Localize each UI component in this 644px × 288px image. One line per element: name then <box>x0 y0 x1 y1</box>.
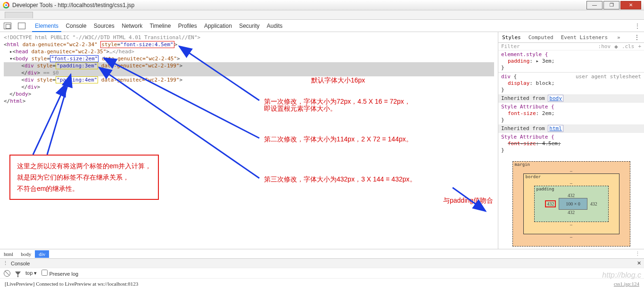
main-pane: <!DOCTYPE html PUBLIC "-//W3C//DTD HTML … <box>0 32 644 249</box>
body-open[interactable]: ▾<body style="font-size:2em" data-genuit… <box>4 55 494 62</box>
annot-box: 这里之所以没有将这两个标签的em并入计算， 就是因为它们的标签不存在继承关系， … <box>9 155 159 200</box>
console-message: [LivePreview] Connected to LivePreview a… <box>0 278 644 288</box>
subtab-computed[interactable]: Computed <box>527 33 555 42</box>
body-close[interactable]: </body> <box>4 91 494 98</box>
styles-panel: Styles Computed Event Listeners » ⋮ Filt… <box>498 32 644 249</box>
annot-third: 第三次修改，字体大小为432px，3 X 144 = 432px。 <box>264 176 416 183</box>
device-icon[interactable] <box>18 23 25 29</box>
panel-tabs: Elements Console Sources Network Timelin… <box>32 23 285 29</box>
tab-timeline[interactable]: Timeline <box>147 21 173 31</box>
styles-menu-icon[interactable]: ⋮ <box>632 32 642 42</box>
tab-application[interactable]: Application <box>201 21 235 31</box>
filter-input[interactable]: Filter <box>501 43 520 49</box>
tab-audits[interactable]: Audits <box>264 21 285 31</box>
cls-pill[interactable]: .cls <box>622 43 635 49</box>
preserve-log-checkbox[interactable]: Preserve log <box>41 270 78 277</box>
filter-icon[interactable] <box>15 272 21 275</box>
styles-subtabs: Styles Computed Event Listeners » ⋮ <box>498 32 644 43</box>
div2-close[interactable]: </div> <box>4 83 494 91</box>
annot-first: 第一次修改，字体大小为72px，4.5 X 16 = 72px，即设置根元素字体… <box>264 98 411 112</box>
style-rules[interactable]: element.style { padding: ▸ 3em; } div { … <box>498 50 644 155</box>
crumb-html[interactable]: html <box>0 250 17 258</box>
subtab-listeners[interactable]: Event Listeners <box>559 33 610 42</box>
window-title: Developer Tools - http://localhost/testi… <box>12 2 134 8</box>
tab-console[interactable]: Console <box>63 21 89 31</box>
breadcrumb: html body div ⋮ <box>0 249 644 258</box>
source-link[interactable]: css1.jsp:124 <box>614 281 639 287</box>
tab-network[interactable]: Network <box>119 21 145 31</box>
div1-close[interactable]: </div> == $0 <box>4 69 494 76</box>
head-line[interactable]: ▸<head data-genuitec="wc2-2-35">…</head> <box>4 48 494 55</box>
html-open[interactable]: <html data-genuitec="wc2-2-34" style="fo… <box>4 41 494 48</box>
inspect-icon[interactable] <box>4 23 11 29</box>
more-tabs-icon[interactable]: » <box>615 33 622 42</box>
close-button[interactable]: ✕ <box>620 1 641 9</box>
tab-sources[interactable]: Sources <box>91 21 117 31</box>
doctype-line: <!DOCTYPE html PUBLIC "-//W3C//DTD HTML … <box>4 34 494 41</box>
clear-console-icon[interactable] <box>4 270 10 277</box>
devtools-toolbar: Elements Console Sources Network Timelin… <box>0 20 644 32</box>
console-label: Console <box>11 261 30 266</box>
annot-padding: 与padding值吻合 <box>443 197 493 204</box>
html-close[interactable]: </html> <box>4 98 494 105</box>
browser-tabbar <box>0 10 644 20</box>
annot-second: 第二次修改，字体大小为114px，2 X 72 = 144px。 <box>264 136 413 143</box>
add-rule-button[interactable]: + <box>638 43 641 49</box>
box-model: margin – border – padding 432 432 100 × … <box>512 161 630 247</box>
subtab-styles[interactable]: Styles <box>500 33 523 42</box>
breadcrumb-menu-icon[interactable]: ⋮ <box>631 250 644 258</box>
chrome-icon <box>3 2 9 8</box>
more-icon[interactable]: ⋮ <box>635 23 640 29</box>
window-titlebar: Developer Tools - http://localhost/testi… <box>0 0 644 10</box>
div1-open[interactable]: <div style="padding:3em" data-genuitec="… <box>4 62 494 69</box>
maximize-button[interactable]: ❐ <box>603 1 619 9</box>
console-drawer-header[interactable]: ⋮ Console ✕ <box>0 258 644 268</box>
tab-stub[interactable] <box>5 12 33 18</box>
context-select[interactable]: top ▾ <box>25 270 37 276</box>
filter-row: Filter :hov ◆ .cls + <box>498 43 644 50</box>
annot-default: 默认字体大小16px <box>311 77 365 84</box>
crumb-div[interactable]: div <box>35 250 49 258</box>
elements-panel[interactable]: <!DOCTYPE html PUBLIC "-//W3C//DTD HTML … <box>0 32 498 249</box>
console-close-icon[interactable]: ✕ <box>637 260 641 266</box>
hov-pill[interactable]: :hov <box>598 43 611 49</box>
tab-security[interactable]: Security <box>236 21 262 31</box>
tab-profiles[interactable]: Profiles <box>175 21 200 31</box>
div2-open[interactable]: <div style="padding:4em" data-genuitec="… <box>4 76 494 83</box>
tab-elements[interactable]: Elements <box>32 21 61 32</box>
console-toolbar: top ▾ Preserve log <box>0 268 644 278</box>
minimize-button[interactable]: — <box>586 1 603 9</box>
console-toggle-icon[interactable]: ⋮ <box>3 260 8 266</box>
window-controls: — ❐ ✕ <box>586 1 641 9</box>
crumb-body[interactable]: body <box>17 250 35 258</box>
